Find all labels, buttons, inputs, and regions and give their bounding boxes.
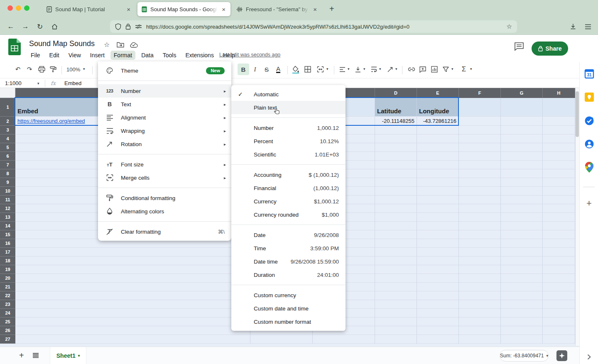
menu-item-alternating-colors[interactable]: Alternating colors [98,205,231,218]
zoom-select[interactable]: 100% [66,66,80,73]
row-header-10[interactable]: 10 [0,187,15,195]
cell-d3[interactable] [375,126,417,134]
cell-h25[interactable] [543,318,575,326]
cell-e3[interactable] [417,126,459,134]
italic-icon[interactable]: I [249,64,261,75]
menu-file[interactable]: File [27,51,44,60]
cell-c27[interactable] [313,335,375,344]
row-header-19[interactable]: 19 [0,265,15,274]
cell-f3[interactable] [459,126,501,134]
add-sheet-icon[interactable]: + [19,351,24,360]
chevron-down-icon[interactable]: ▾ [37,81,39,86]
cell-e4[interactable] [417,134,459,143]
cell-h12[interactable] [543,204,575,213]
column-header-e[interactable]: E [417,88,459,98]
cell-h6[interactable] [543,152,575,161]
cell-e16[interactable] [417,239,459,248]
chevron-down-icon[interactable]: ▾ [395,67,397,71]
cell-h22[interactable] [543,291,575,300]
menu-edit[interactable]: Edit [46,51,63,60]
address-bar[interactable]: https://docs.google.com/spreadsheets/d/1… [110,20,517,33]
cell-f5[interactable] [459,143,501,152]
cell-f1[interactable] [459,98,501,117]
row-header-9[interactable]: 9 [0,178,15,187]
cell-f21[interactable] [459,283,501,291]
browser-tab-tutorial[interactable]: Sound Map | Tutorial × [42,2,135,16]
row-header-26[interactable]: 26 [0,326,15,335]
last-edit-status[interactable]: Last edit was seconds ago [219,52,280,58]
bookmark-star-icon[interactable]: ☆ [507,23,512,30]
cell-g12[interactable] [501,204,543,213]
cell-e25[interactable] [417,318,459,326]
forward-icon[interactable]: → [20,22,30,32]
row-header-4[interactable]: 4 [0,134,15,143]
menu-item-custom-currency[interactable]: Custom currency [231,288,346,302]
close-tab-icon[interactable]: × [312,6,318,13]
cell-f14[interactable] [459,222,501,230]
menu-item-number[interactable]: Number1,000.12 [231,121,346,134]
cell-h4[interactable] [543,134,575,143]
cell-h23[interactable] [543,300,575,309]
cell-h3[interactable] [543,126,575,134]
name-box[interactable]: 1:1000 [5,80,22,86]
cell-h2[interactable] [543,117,575,126]
cell-a27[interactable] [15,335,250,344]
cell-g14[interactable] [501,222,543,230]
chevron-down-icon[interactable]: ▾ [326,67,328,71]
home-icon[interactable] [49,22,59,32]
menu-item-custom-date-and-time[interactable]: Custom date and time [231,302,346,315]
cell-e9[interactable] [417,178,459,187]
sheet-tab[interactable]: Sheet1 ▾ [50,347,86,364]
cell-g18[interactable] [501,257,543,265]
select-all-corner[interactable] [0,88,15,98]
cell-f15[interactable] [459,230,501,239]
sum-indicator[interactable]: Sum: -63.84009471 ▾ [500,350,549,362]
row-header-20[interactable]: 20 [0,274,15,283]
formula-input[interactable]: Embed [64,80,81,86]
row-header-6[interactable]: 6 [0,152,15,161]
cell-e12[interactable] [417,204,459,213]
cell-d19[interactable] [375,265,417,274]
cell-e27[interactable] [417,335,459,344]
cell-g26[interactable] [501,326,543,335]
cell-a25[interactable] [15,318,250,326]
cell-e23[interactable] [417,300,459,309]
cell-g7[interactable] [501,161,543,169]
menu-item-financial[interactable]: Financial(1,000.12) [231,181,346,195]
tasks-icon[interactable] [583,115,595,126]
cell-h19[interactable] [543,265,575,274]
menu-item-custom-number-format[interactable]: Custom number format [231,315,346,328]
cell-d6[interactable] [375,152,417,161]
menu-item-accounting[interactable]: Accounting$ (1,000.12) [231,168,346,181]
cell-d1[interactable]: Latitude [375,98,417,117]
text-color-icon[interactable]: A [272,64,284,75]
cell-h11[interactable] [543,195,575,204]
cell-a22[interactable] [15,291,250,300]
new-tab-button[interactable]: + [329,4,334,14]
cell-h20[interactable] [543,274,575,283]
reload-icon[interactable]: ↻ [35,22,45,32]
cell-f20[interactable] [459,274,501,283]
menu-item-currency[interactable]: Currency$1,000.12 [231,195,346,208]
cell-h10[interactable] [543,187,575,195]
row-header-5[interactable]: 5 [0,143,15,152]
cell-f6[interactable] [459,152,501,161]
menu-insert[interactable]: Insert [87,51,108,60]
cell-g1[interactable] [501,98,543,117]
row-header-2[interactable]: 2 [0,117,15,126]
column-header-g[interactable]: G [501,88,543,98]
vertical-align-icon[interactable] [352,64,364,75]
menu-item-conditional-formatting[interactable]: Conditional formatting [98,191,231,205]
cloud-saved-icon[interactable] [130,42,138,48]
column-header-f[interactable]: F [459,88,501,98]
cell-e13[interactable] [417,213,459,222]
cell-e6[interactable] [417,152,459,161]
cell-a24[interactable] [15,309,250,318]
row-header-12[interactable]: 12 [0,204,15,213]
cell-f24[interactable] [459,309,501,318]
cell-e15[interactable] [417,230,459,239]
menu-item-plain-text[interactable]: Plain text [231,101,346,114]
cell-d20[interactable] [375,274,417,283]
cell-g2[interactable] [501,117,543,126]
close-window-button[interactable] [7,5,13,11]
